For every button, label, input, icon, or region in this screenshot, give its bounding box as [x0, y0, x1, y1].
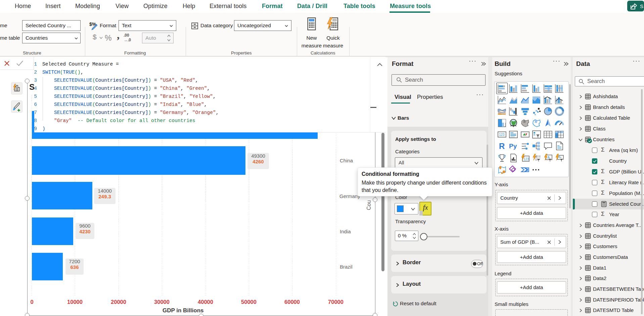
svg-text:Py: Py	[509, 143, 517, 150]
svg-text:R: R	[499, 142, 505, 151]
svg-text:123: 123	[523, 157, 529, 161]
svg-text:123: 123	[499, 133, 505, 136]
